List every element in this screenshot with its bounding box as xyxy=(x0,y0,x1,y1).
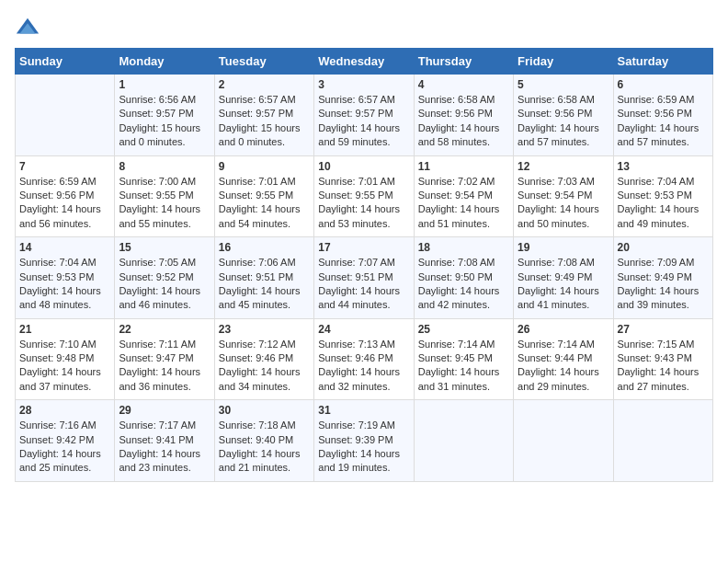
day-number: 25 xyxy=(418,323,509,336)
day-number: 28 xyxy=(19,404,110,417)
header-day-wednesday: Wednesday xyxy=(314,49,414,75)
day-number: 26 xyxy=(518,323,609,336)
day-number: 17 xyxy=(318,241,409,254)
calendar-week-row: 14Sunrise: 7:04 AM Sunset: 9:53 PM Dayli… xyxy=(16,237,713,319)
day-content: Sunrise: 7:13 AM Sunset: 9:46 PM Dayligh… xyxy=(318,338,409,395)
day-content: Sunrise: 7:03 AM Sunset: 9:54 PM Dayligh… xyxy=(518,175,609,232)
day-content: Sunrise: 7:09 AM Sunset: 9:49 PM Dayligh… xyxy=(618,256,709,313)
calendar-week-row: 28Sunrise: 7:16 AM Sunset: 9:42 PM Dayli… xyxy=(16,400,713,482)
calendar-cell: 30Sunrise: 7:18 AM Sunset: 9:40 PM Dayli… xyxy=(214,400,313,482)
day-number: 21 xyxy=(19,323,110,336)
day-content: Sunrise: 6:56 AM Sunset: 9:57 PM Dayligh… xyxy=(119,93,210,150)
calendar-header-row: SundayMondayTuesdayWednesdayThursdayFrid… xyxy=(16,49,713,75)
calendar-cell: 25Sunrise: 7:14 AM Sunset: 9:45 PM Dayli… xyxy=(414,318,513,400)
day-content: Sunrise: 7:19 AM Sunset: 9:39 PM Dayligh… xyxy=(318,419,409,476)
calendar-cell xyxy=(514,400,613,482)
calendar-cell xyxy=(16,75,115,156)
calendar-cell: 26Sunrise: 7:14 AM Sunset: 9:44 PM Dayli… xyxy=(514,318,613,400)
day-content: Sunrise: 7:07 AM Sunset: 9:51 PM Dayligh… xyxy=(318,256,409,313)
day-number: 22 xyxy=(119,323,210,336)
day-content: Sunrise: 7:14 AM Sunset: 9:44 PM Dayligh… xyxy=(518,338,609,395)
calendar-cell: 31Sunrise: 7:19 AM Sunset: 9:39 PM Dayli… xyxy=(314,400,414,482)
header-day-monday: Monday xyxy=(115,49,214,75)
calendar-table: SundayMondayTuesdayWednesdayThursdayFrid… xyxy=(15,48,713,482)
day-content: Sunrise: 7:15 AM Sunset: 9:43 PM Dayligh… xyxy=(618,338,709,395)
day-content: Sunrise: 6:58 AM Sunset: 9:56 PM Dayligh… xyxy=(418,93,509,150)
day-content: Sunrise: 7:05 AM Sunset: 9:52 PM Dayligh… xyxy=(119,256,210,313)
day-number: 15 xyxy=(119,241,210,254)
calendar-cell: 17Sunrise: 7:07 AM Sunset: 9:51 PM Dayli… xyxy=(314,237,414,319)
day-content: Sunrise: 7:08 AM Sunset: 9:50 PM Dayligh… xyxy=(418,256,509,313)
day-number: 11 xyxy=(418,160,509,173)
day-content: Sunrise: 7:12 AM Sunset: 9:46 PM Dayligh… xyxy=(219,338,310,395)
header-day-friday: Friday xyxy=(514,49,613,75)
calendar-cell: 18Sunrise: 7:08 AM Sunset: 9:50 PM Dayli… xyxy=(414,237,513,319)
day-content: Sunrise: 6:58 AM Sunset: 9:56 PM Dayligh… xyxy=(518,93,609,150)
day-content: Sunrise: 6:57 AM Sunset: 9:57 PM Dayligh… xyxy=(219,93,310,150)
calendar-cell: 10Sunrise: 7:01 AM Sunset: 9:55 PM Dayli… xyxy=(314,155,414,237)
calendar-cell: 9Sunrise: 7:01 AM Sunset: 9:55 PM Daylig… xyxy=(214,155,313,237)
day-number: 7 xyxy=(19,160,110,173)
day-number: 3 xyxy=(318,78,409,91)
day-number: 16 xyxy=(219,241,310,254)
day-number: 31 xyxy=(318,404,409,417)
calendar-week-row: 1Sunrise: 6:56 AM Sunset: 9:57 PM Daylig… xyxy=(16,75,713,156)
day-content: Sunrise: 7:11 AM Sunset: 9:47 PM Dayligh… xyxy=(119,338,210,395)
calendar-cell: 13Sunrise: 7:04 AM Sunset: 9:53 PM Dayli… xyxy=(613,155,712,237)
day-content: Sunrise: 6:59 AM Sunset: 9:56 PM Dayligh… xyxy=(618,93,709,150)
calendar-cell: 12Sunrise: 7:03 AM Sunset: 9:54 PM Dayli… xyxy=(514,155,613,237)
calendar-cell: 19Sunrise: 7:08 AM Sunset: 9:49 PM Dayli… xyxy=(514,237,613,319)
day-number: 13 xyxy=(618,160,709,173)
day-content: Sunrise: 7:14 AM Sunset: 9:45 PM Dayligh… xyxy=(418,338,509,395)
calendar-week-row: 21Sunrise: 7:10 AM Sunset: 9:48 PM Dayli… xyxy=(16,318,713,400)
day-content: Sunrise: 6:57 AM Sunset: 9:57 PM Dayligh… xyxy=(318,93,409,150)
day-number: 8 xyxy=(119,160,210,173)
calendar-cell xyxy=(613,400,712,482)
day-content: Sunrise: 7:16 AM Sunset: 9:42 PM Dayligh… xyxy=(19,419,110,476)
calendar-cell: 2Sunrise: 6:57 AM Sunset: 9:57 PM Daylig… xyxy=(214,75,313,156)
day-content: Sunrise: 7:00 AM Sunset: 9:55 PM Dayligh… xyxy=(119,175,210,232)
day-content: Sunrise: 7:01 AM Sunset: 9:55 PM Dayligh… xyxy=(318,175,409,232)
day-number: 10 xyxy=(318,160,409,173)
calendar-cell: 8Sunrise: 7:00 AM Sunset: 9:55 PM Daylig… xyxy=(115,155,214,237)
page-header xyxy=(15,15,713,40)
day-content: Sunrise: 7:06 AM Sunset: 9:51 PM Dayligh… xyxy=(219,256,310,313)
day-number: 20 xyxy=(618,241,709,254)
day-content: Sunrise: 7:02 AM Sunset: 9:54 PM Dayligh… xyxy=(418,175,509,232)
day-number: 18 xyxy=(418,241,509,254)
calendar-cell: 24Sunrise: 7:13 AM Sunset: 9:46 PM Dayli… xyxy=(314,318,414,400)
day-content: Sunrise: 7:10 AM Sunset: 9:48 PM Dayligh… xyxy=(19,338,110,395)
logo xyxy=(15,15,44,40)
calendar-cell: 16Sunrise: 7:06 AM Sunset: 9:51 PM Dayli… xyxy=(214,237,313,319)
header-day-saturday: Saturday xyxy=(613,49,712,75)
day-content: Sunrise: 7:04 AM Sunset: 9:53 PM Dayligh… xyxy=(618,175,709,232)
day-number: 1 xyxy=(119,78,210,91)
calendar-cell: 22Sunrise: 7:11 AM Sunset: 9:47 PM Dayli… xyxy=(115,318,214,400)
day-number: 6 xyxy=(618,78,709,91)
calendar-cell: 29Sunrise: 7:17 AM Sunset: 9:41 PM Dayli… xyxy=(115,400,214,482)
calendar-cell: 6Sunrise: 6:59 AM Sunset: 9:56 PM Daylig… xyxy=(613,75,712,156)
day-content: Sunrise: 7:01 AM Sunset: 9:55 PM Dayligh… xyxy=(219,175,310,232)
calendar-week-row: 7Sunrise: 6:59 AM Sunset: 9:56 PM Daylig… xyxy=(16,155,713,237)
calendar-cell: 7Sunrise: 6:59 AM Sunset: 9:56 PM Daylig… xyxy=(16,155,115,237)
day-content: Sunrise: 7:18 AM Sunset: 9:40 PM Dayligh… xyxy=(219,419,310,476)
day-content: Sunrise: 6:59 AM Sunset: 9:56 PM Dayligh… xyxy=(19,175,110,232)
day-content: Sunrise: 7:08 AM Sunset: 9:49 PM Dayligh… xyxy=(518,256,609,313)
day-content: Sunrise: 7:17 AM Sunset: 9:41 PM Dayligh… xyxy=(119,419,210,476)
calendar-cell: 28Sunrise: 7:16 AM Sunset: 9:42 PM Dayli… xyxy=(16,400,115,482)
calendar-cell: 14Sunrise: 7:04 AM Sunset: 9:53 PM Dayli… xyxy=(16,237,115,319)
calendar-cell: 1Sunrise: 6:56 AM Sunset: 9:57 PM Daylig… xyxy=(115,75,214,156)
day-number: 19 xyxy=(518,241,609,254)
header-day-sunday: Sunday xyxy=(16,49,115,75)
calendar-cell: 11Sunrise: 7:02 AM Sunset: 9:54 PM Dayli… xyxy=(414,155,513,237)
day-number: 29 xyxy=(119,404,210,417)
calendar-cell: 3Sunrise: 6:57 AM Sunset: 9:57 PM Daylig… xyxy=(314,75,414,156)
day-number: 23 xyxy=(219,323,310,336)
calendar-cell: 21Sunrise: 7:10 AM Sunset: 9:48 PM Dayli… xyxy=(16,318,115,400)
day-number: 4 xyxy=(418,78,509,91)
day-number: 2 xyxy=(219,78,310,91)
header-day-tuesday: Tuesday xyxy=(214,49,313,75)
day-number: 14 xyxy=(19,241,110,254)
header-day-thursday: Thursday xyxy=(414,49,513,75)
calendar-cell: 5Sunrise: 6:58 AM Sunset: 9:56 PM Daylig… xyxy=(514,75,613,156)
